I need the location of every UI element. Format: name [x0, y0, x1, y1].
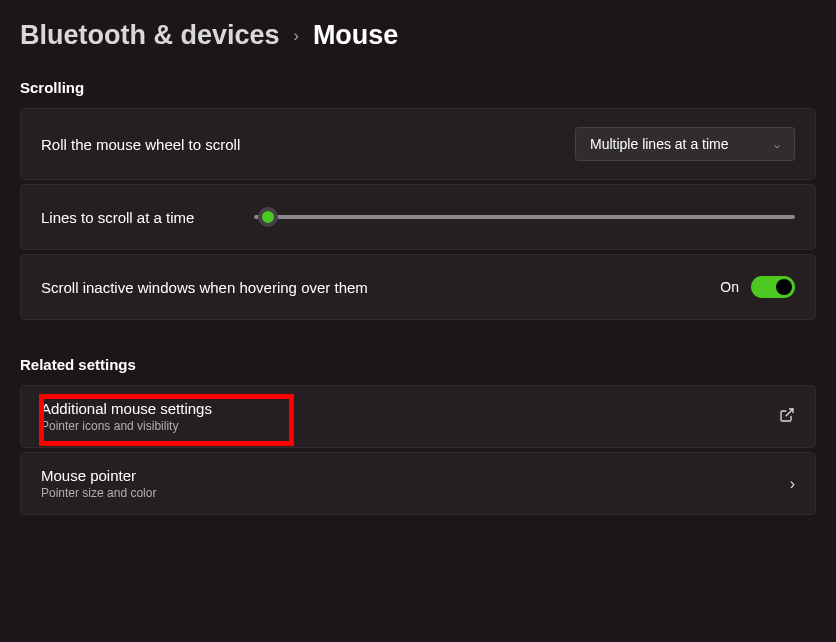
toggle-knob [776, 279, 792, 295]
additional-mouse-settings-link[interactable]: Additional mouse settings Pointer icons … [20, 385, 816, 448]
breadcrumb-parent[interactable]: Bluetooth & devices [20, 20, 280, 51]
mouse-pointer-link[interactable]: Mouse pointer Pointer size and color › [20, 452, 816, 515]
svg-line-0 [786, 409, 793, 416]
inactive-scroll-label: Scroll inactive windows when hovering ov… [41, 279, 368, 296]
mouse-pointer-title: Mouse pointer [41, 467, 156, 484]
mouse-pointer-subtitle: Pointer size and color [41, 486, 156, 500]
breadcrumb: Bluetooth & devices › Mouse [20, 20, 816, 51]
wheel-scroll-label: Roll the mouse wheel to scroll [41, 136, 240, 153]
wheel-scroll-value: Multiple lines at a time [590, 136, 729, 152]
inactive-scroll-toggle[interactable] [751, 276, 795, 298]
wheel-scroll-dropdown[interactable]: Multiple lines at a time ⌵ [575, 127, 795, 161]
scrolling-section-header: Scrolling [20, 79, 816, 96]
related-section-header: Related settings [20, 356, 816, 373]
lines-scroll-slider[interactable] [254, 215, 795, 219]
slider-track[interactable] [254, 215, 795, 219]
chevron-down-icon: ⌵ [774, 139, 780, 150]
wheel-scroll-setting: Roll the mouse wheel to scroll Multiple … [20, 108, 816, 180]
inactive-scroll-state-label: On [720, 279, 739, 295]
lines-scroll-setting: Lines to scroll at a time [20, 184, 816, 250]
lines-scroll-label: Lines to scroll at a time [41, 209, 194, 226]
inactive-scroll-setting: Scroll inactive windows when hovering ov… [20, 254, 816, 320]
inactive-scroll-toggle-group: On [720, 276, 795, 298]
chevron-right-icon: › [790, 475, 795, 493]
breadcrumb-current: Mouse [313, 20, 399, 51]
slider-thumb[interactable] [258, 207, 278, 227]
additional-mouse-title: Additional mouse settings [41, 400, 212, 417]
external-link-icon [779, 407, 795, 426]
additional-mouse-subtitle: Pointer icons and visibility [41, 419, 212, 433]
chevron-right-icon: › [294, 27, 299, 45]
